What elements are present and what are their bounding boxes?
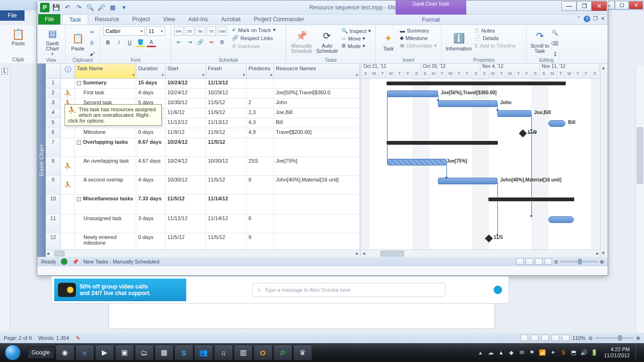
outdent-button[interactable]: ⇤ xyxy=(174,37,183,47)
table-row[interactable]: 2⛹First task4 days10/24/1210/29/12Joe[50… xyxy=(46,89,360,99)
word-close-button[interactable]: ✕ xyxy=(629,1,643,9)
duration-cell[interactable]: 7.33 days xyxy=(136,195,165,214)
details-button[interactable]: 📄Details xyxy=(473,34,517,41)
tray-icon-1[interactable]: ☁ xyxy=(487,349,495,356)
predecessors-cell[interactable]: 8 xyxy=(247,176,274,194)
row-number[interactable]: 11 xyxy=(46,214,61,233)
start-cell[interactable]: 10/24/12 xyxy=(165,89,206,98)
summary-bar[interactable] xyxy=(387,141,497,145)
gantt-body[interactable]: Joe[50%],Travel[$360.00]JohnJoe,BillBill… xyxy=(362,79,600,249)
taskbar-outlook[interactable]: O xyxy=(254,345,272,361)
task-bar[interactable] xyxy=(548,216,574,223)
task-name-cell[interactable]: An overlapping task xyxy=(75,157,136,175)
resources-cell[interactable] xyxy=(274,195,360,214)
insert-deliverable-button[interactable]: ▣Deliverable ▾ xyxy=(398,42,438,49)
word-zoom-percent[interactable]: 110% xyxy=(572,335,586,341)
help-button[interactable]: ? xyxy=(584,16,590,22)
tray-show-hidden[interactable]: ▴ xyxy=(477,349,484,356)
pct-0-button[interactable]: 0% xyxy=(174,26,183,36)
duration-cell[interactable]: 4.67 days xyxy=(136,157,165,175)
bold-button[interactable]: B xyxy=(103,38,113,47)
cut-button[interactable]: ✂ xyxy=(87,27,97,37)
duration-column-header[interactable]: Duration▾ xyxy=(136,64,165,78)
project-commander-tab[interactable]: Project Commander xyxy=(247,14,311,25)
taskbar-app-4[interactable]: ▥ xyxy=(234,345,253,361)
status-zoom-in[interactable]: ⊕ xyxy=(600,259,604,265)
task-name-cell[interactable]: -Summary xyxy=(75,79,136,88)
timescale[interactable]: Oct 21, '12SMTWTFSOct 28, '12SMTWTFSNov … xyxy=(362,64,600,79)
resources-cell[interactable]: John[40%],Material[16 unit] xyxy=(274,176,360,194)
taskbar-clock[interactable]: 4:22 PM 11/21/2012 xyxy=(604,346,630,359)
emoji-icon[interactable]: ☺ xyxy=(256,287,262,293)
clear-button[interactable]: ⌫ xyxy=(550,39,560,48)
tray-icon-5[interactable]: ⚑ xyxy=(528,349,536,356)
predecessors-cell[interactable] xyxy=(247,138,274,156)
row-number[interactable]: 10 xyxy=(46,195,61,214)
outline-view[interactable] xyxy=(552,335,559,341)
table-row[interactable]: 9⛹A second overlap4 days10/30/1211/5/128… xyxy=(46,176,360,195)
row-number[interactable]: 1 xyxy=(46,79,61,88)
finish-cell[interactable]: 11/5/12 xyxy=(206,176,247,194)
insert-task-button[interactable]: ✦ Task xyxy=(379,26,398,57)
row-number[interactable]: 2 xyxy=(46,89,61,98)
information-button[interactable]: ℹ️ Information xyxy=(445,26,473,57)
taskbar-app-3[interactable]: 👥 xyxy=(194,345,213,361)
move-button[interactable]: ↔Move ▾ xyxy=(340,35,372,42)
link-tasks-button[interactable]: 🔗 xyxy=(196,37,205,47)
word-vertical-scrollbar[interactable] xyxy=(636,66,644,333)
resources-cell[interactable] xyxy=(274,214,360,233)
row-number[interactable]: 7 xyxy=(46,138,61,156)
taskbar-msproject[interactable]: P xyxy=(273,345,292,361)
start-cell[interactable]: 10/30/12 xyxy=(165,99,206,108)
task-bar[interactable] xyxy=(438,100,497,107)
show-desktop-button[interactable] xyxy=(636,344,640,361)
table-row[interactable]: 6Milestone0 days11/9/1211/9/124,9Travel[… xyxy=(46,128,360,138)
qat-dropdown[interactable]: ▾ xyxy=(119,3,129,12)
tray-icon-2[interactable]: ▲ xyxy=(497,349,505,356)
skype-promo-banner[interactable]: 50% off group video calls and 24/7 live … xyxy=(54,279,186,301)
resources-cell[interactable]: Travel[$200.00] xyxy=(274,128,360,138)
predecessors-cell[interactable]: 2,3 xyxy=(247,108,274,118)
row-number[interactable]: 3 xyxy=(46,99,61,108)
table-row[interactable]: 1-Summary15 days10/24/1211/13/12 xyxy=(46,79,360,89)
taskbar-chrome[interactable]: ◉ xyxy=(56,345,74,361)
taskbar-app-2[interactable]: ▦ xyxy=(155,345,173,361)
status-sync-icon[interactable] xyxy=(61,258,67,265)
predecessors-cell[interactable]: 6 xyxy=(247,214,274,233)
acrobat-tab[interactable]: Acrobat xyxy=(215,14,247,25)
inactivate-button[interactable]: ⊘Inactivate xyxy=(231,42,277,49)
font-name-combo[interactable]: Calibri xyxy=(103,26,145,36)
split-task-button[interactable]: ⧉ xyxy=(217,37,227,47)
gantt-horizontal-scrollbar[interactable]: ◂ ▸ xyxy=(362,249,600,257)
start-cell[interactable]: 10/30/12 xyxy=(165,176,206,194)
row-number[interactable]: 4 xyxy=(46,108,61,118)
skype-message-input[interactable]: ☺ Type a message to Alex Ovecka here xyxy=(252,283,446,297)
project-app-icon[interactable]: P xyxy=(40,3,50,12)
indicators-column-header[interactable]: ⓘ xyxy=(61,64,75,78)
status-newtasks[interactable]: New Tasks : Manually Scheduled xyxy=(83,259,159,264)
view-shortcut-3[interactable] xyxy=(535,258,543,265)
task-name-column-header[interactable]: Task Name▾ xyxy=(75,64,136,78)
start-cell[interactable]: 10/24/12 xyxy=(165,138,206,156)
table-horizontal-scrollbar[interactable]: ◂ ▸ xyxy=(46,249,360,257)
resources-cell[interactable] xyxy=(274,233,360,249)
finish-cell[interactable]: 11/5/12 xyxy=(206,99,247,108)
start-button[interactable] xyxy=(0,343,25,362)
duration-cell[interactable]: 15 days xyxy=(136,79,165,88)
word-maximize-button[interactable]: ☐ xyxy=(615,1,629,9)
find-button[interactable]: 🔍 xyxy=(550,28,560,37)
resources-column-header[interactable]: Resource Names▾ xyxy=(274,64,360,78)
tab-selector[interactable]: L xyxy=(1,68,8,74)
task-name-cell[interactable]: -Overlapping tasks xyxy=(75,138,136,156)
tray-icon-3[interactable]: ◆ xyxy=(508,349,515,356)
taskbar-skype[interactable]: S xyxy=(174,345,193,361)
print-layout-view[interactable] xyxy=(520,335,528,341)
finish-cell[interactable]: 11/14/12 xyxy=(206,214,247,233)
tray-icon-6[interactable]: ✦ xyxy=(549,349,557,356)
mark-on-track-button[interactable]: ✔Mark on Track ▾ xyxy=(231,26,277,33)
notes-button[interactable]: 🗒Notes xyxy=(473,27,517,34)
zoom-slider-thumb[interactable] xyxy=(618,335,622,341)
auto-schedule-button[interactable]: ⟳ Auto Schedule xyxy=(314,26,340,57)
predecessors-cell[interactable] xyxy=(247,89,274,98)
gantt-chart-button[interactable]: ▤ Gantt Chart ▾ xyxy=(40,26,65,57)
